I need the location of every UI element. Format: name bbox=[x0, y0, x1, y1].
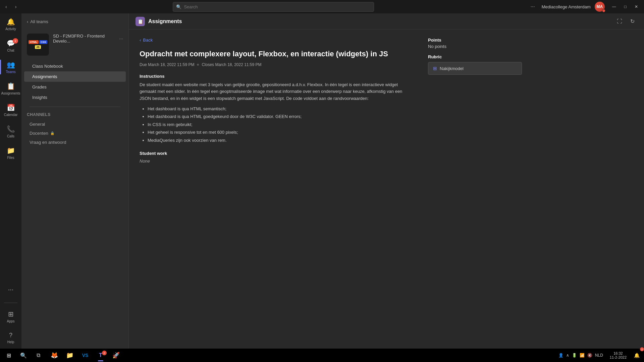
nav-item-grades[interactable]: Grades bbox=[24, 82, 126, 92]
teams-panel: ‹ All teams HTML CSS JS SD - F2M3FRO - F… bbox=[21, 13, 129, 349]
search-input[interactable] bbox=[173, 2, 374, 12]
content-header-actions: ⛶ ↻ bbox=[614, 17, 637, 26]
person-icon: 👤 bbox=[558, 353, 564, 358]
taskbar-right: 👤 ∧ 🔋 📶 🔇 NLD 16:32 11-2-2022 🔔 3 bbox=[556, 349, 643, 362]
close-button[interactable]: ✕ bbox=[631, 3, 641, 10]
channel-docenten-label: Docenten bbox=[30, 131, 48, 136]
teams-header: ‹ All teams bbox=[21, 13, 128, 29]
team-more-button[interactable]: ··· bbox=[119, 36, 123, 41]
instructions-text: De student maakt een website met 3 tegel… bbox=[140, 81, 415, 102]
start-button[interactable]: ⊞ bbox=[1, 349, 16, 362]
sidebar-item-help[interactable]: ? Help bbox=[0, 327, 21, 349]
taskview-button[interactable]: ⧉ bbox=[31, 349, 46, 362]
back-button[interactable]: ‹ bbox=[3, 3, 10, 11]
all-teams-label: All teams bbox=[30, 19, 48, 24]
volume-icon: 🔇 bbox=[587, 353, 592, 358]
bullet-item-5: MediaQueries zijn ook voorzien van rem. bbox=[148, 136, 415, 144]
student-work-section: Student work None bbox=[140, 151, 415, 164]
sidebar-divider bbox=[4, 303, 17, 303]
back-link[interactable]: ‹ Back bbox=[140, 38, 415, 43]
forward-button[interactable]: › bbox=[12, 3, 19, 11]
sidebar-label-calls: Calls bbox=[7, 134, 14, 138]
more-icon: ··· bbox=[8, 286, 14, 293]
sidebar-item-apps[interactable]: ⊞ Apps bbox=[0, 306, 21, 327]
nav-item-insights[interactable]: Insights bbox=[24, 92, 126, 103]
taskbar-app-folder[interactable]: 📁 bbox=[62, 349, 77, 362]
rubric-item[interactable]: ⊞ Nakijkmodel bbox=[428, 62, 522, 75]
taskbar-app-firefox[interactable]: 🦊 bbox=[47, 349, 62, 362]
sidebar-item-assignments[interactable]: 📋 Assignments bbox=[0, 78, 21, 99]
windows-icon: ⊞ bbox=[7, 352, 11, 359]
channels-header: Channels bbox=[21, 110, 128, 120]
bullet-list: Het dashboard is qua HTML semantisch; He… bbox=[140, 105, 415, 144]
help-icon: ? bbox=[9, 332, 12, 339]
maximize-button[interactable]: □ bbox=[621, 3, 630, 10]
sidebar-item-calendar[interactable]: 📅 Calendar bbox=[0, 99, 21, 121]
battery-icon: 🔋 bbox=[572, 353, 577, 358]
teams-icon: 👥 bbox=[7, 61, 15, 69]
refresh-button[interactable]: ↻ bbox=[628, 17, 637, 26]
taskbar-app-rocket[interactable]: 🚀 bbox=[109, 349, 123, 362]
wifi-icon: 📶 bbox=[580, 353, 585, 358]
all-teams-link[interactable]: ‹ All teams bbox=[27, 19, 48, 24]
minimize-button[interactable]: — bbox=[609, 3, 620, 10]
assignment-detail: ‹ Back Opdracht met complexere layout, F… bbox=[129, 29, 644, 349]
clock[interactable]: 16:32 11-2-2022 bbox=[607, 351, 629, 359]
team-info: SD - F2M3FRO - Frontend Develo... ··· bbox=[53, 34, 123, 44]
taskbar-app-teams[interactable]: T 2 bbox=[93, 349, 108, 362]
sidebar-item-calls[interactable]: 📞 Calls bbox=[0, 121, 21, 142]
nav-item-class-notebook[interactable]: Class Notebook bbox=[24, 61, 126, 71]
channel-vraag-label: Vraag en antwoord bbox=[30, 140, 66, 145]
expand-tray-icon: ∧ bbox=[566, 353, 569, 358]
more-options-button[interactable]: ··· bbox=[528, 2, 537, 11]
org-name: Mediacollege Amsterdam bbox=[542, 4, 591, 9]
sidebar-label-chat: Chat bbox=[7, 49, 14, 52]
notification-button[interactable]: 🔔 3 bbox=[631, 349, 643, 362]
taskbar-search-btn[interactable]: 🔍 bbox=[16, 349, 31, 362]
bullet-item-4: Het geheel is responsive tot en met 600 … bbox=[148, 128, 415, 136]
sidebar-item-chat[interactable]: 💬 Chat 2 bbox=[0, 35, 21, 56]
sidebar-item-more[interactable]: ··· bbox=[0, 279, 21, 300]
firefox-icon: 🦊 bbox=[51, 352, 58, 359]
lock-icon: 🔒 bbox=[50, 131, 54, 135]
nav-item-assignments[interactable]: Assignments bbox=[24, 71, 126, 82]
systray-icons: 👤 ∧ 🔋 📶 🔇 NLD bbox=[556, 353, 606, 358]
activity-icon: 🔔 bbox=[7, 18, 15, 26]
taskbar: ⊞ 🔍 ⧉ 🦊 📁 VS T 2 🚀 👤 ∧ 🔋 📶 🔇 bbox=[0, 349, 644, 362]
chevron-left-icon: ‹ bbox=[27, 19, 28, 24]
channel-docenten[interactable]: Docenten 🔒 bbox=[21, 129, 128, 138]
channel-general[interactable]: General bbox=[21, 120, 128, 129]
rocket-icon: 🚀 bbox=[112, 352, 120, 359]
sidebar-label-assignments: Assignments bbox=[1, 92, 20, 95]
assignment-side: Points No points Rubric ⊞ Nakijkmodel bbox=[428, 38, 522, 341]
titlebar-left: ‹ › bbox=[3, 3, 19, 11]
vscode-icon: VS bbox=[82, 353, 89, 358]
teams-taskbar-badge: 2 bbox=[102, 351, 107, 355]
notification-icon: 🔔 bbox=[634, 353, 640, 358]
expand-button[interactable]: ⛶ bbox=[614, 17, 625, 26]
nav-section: Class Notebook Assignments Grades Insigh… bbox=[21, 60, 128, 104]
content-area: 📋 Assignments ⛶ ↻ ‹ Back Opdracht met co… bbox=[129, 13, 644, 349]
back-label: Back bbox=[143, 38, 153, 43]
search-icon: 🔍 bbox=[176, 4, 181, 9]
assignment-main: ‹ Back Opdracht met complexere layout, F… bbox=[140, 38, 415, 341]
assignments-icon: 📋 bbox=[7, 82, 15, 90]
calls-icon: 📞 bbox=[7, 125, 15, 133]
sidebar-item-activity[interactable]: 🔔 Activity bbox=[0, 13, 21, 35]
bullet-item-1: Het dashboard is qua HTML semantisch; bbox=[148, 105, 415, 113]
nav-divider bbox=[30, 107, 120, 107]
rubric-icon: ⊞ bbox=[433, 66, 437, 71]
channel-general-label: General bbox=[30, 122, 45, 127]
back-chevron-icon: ‹ bbox=[140, 38, 141, 43]
sidebar-label-files: Files bbox=[7, 156, 14, 160]
assignment-title: Opdracht met complexere layout, Flexbox,… bbox=[140, 49, 415, 59]
sidebar-item-files[interactable]: 📁 Files bbox=[0, 142, 21, 164]
sidebar-label-calendar: Calendar bbox=[4, 113, 18, 117]
avatar-status-badge bbox=[602, 9, 605, 12]
taskbar-app-vscode[interactable]: VS bbox=[78, 349, 93, 362]
avatar[interactable]: MA bbox=[595, 2, 605, 12]
notification-count: 3 bbox=[640, 347, 644, 351]
channel-vraag[interactable]: Vraag en antwoord bbox=[21, 138, 128, 147]
sidebar-item-teams[interactable]: 👥 Teams bbox=[0, 56, 21, 78]
clock-time: 16:32 bbox=[613, 351, 623, 355]
